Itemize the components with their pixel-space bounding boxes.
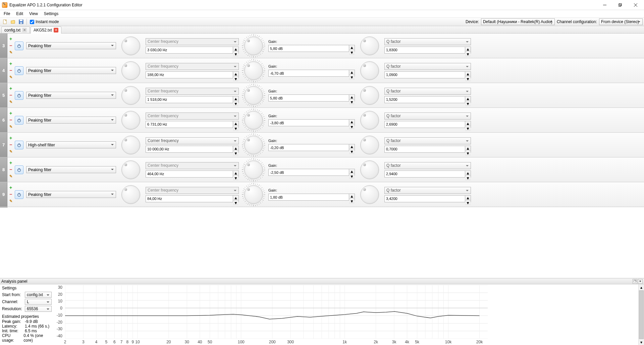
freq-input[interactable] — [146, 170, 233, 178]
add-filter-button[interactable]: + — [8, 37, 13, 41]
freq-input[interactable] — [146, 71, 233, 78]
gain-knob[interactable] — [244, 160, 263, 179]
remove-filter-button[interactable]: − — [8, 93, 13, 97]
power-button[interactable] — [15, 141, 23, 149]
menu-file[interactable]: File — [1, 11, 13, 17]
gain-knob[interactable] — [244, 37, 263, 55]
freq-input[interactable] — [146, 195, 233, 202]
freq-spin[interactable]: ▲▼ — [233, 146, 239, 153]
gain-spin[interactable]: ▲▼ — [349, 144, 355, 151]
freq-knob[interactable] — [121, 37, 140, 55]
tab-config[interactable]: config.txt ✕ — [1, 26, 30, 33]
remove-filter-button[interactable]: − — [8, 167, 13, 172]
panel-close-button[interactable]: ✕ — [638, 279, 643, 284]
q-knob[interactable] — [360, 111, 379, 130]
freq-spin[interactable]: ▲▼ — [233, 96, 239, 103]
add-filter-button[interactable]: + — [8, 111, 13, 116]
freq-label-select[interactable]: Corner frequency — [146, 137, 239, 144]
q-spin[interactable]: ▲▼ — [465, 170, 471, 178]
freq-spin[interactable]: ▲▼ — [233, 170, 239, 178]
q-spin[interactable]: ▲▼ — [465, 96, 471, 103]
startfrom-select[interactable]: config.txt — [25, 292, 52, 298]
gain-input[interactable] — [268, 194, 349, 201]
power-button[interactable] — [15, 190, 23, 199]
q-input[interactable] — [384, 121, 465, 128]
gain-spin[interactable]: ▲▼ — [349, 45, 355, 52]
gain-knob[interactable] — [244, 185, 263, 204]
gain-input[interactable] — [268, 70, 349, 77]
freq-input[interactable] — [146, 96, 233, 103]
edit-filter-button[interactable]: ✎ — [8, 199, 13, 204]
freq-spin[interactable]: ▲▼ — [233, 121, 239, 128]
device-select[interactable]: Default (Наушники - Realtek(R) Audio) — [481, 18, 555, 25]
scroll-up-icon[interactable]: ▴ — [639, 284, 644, 290]
filter-type-select[interactable]: Peaking filter — [26, 117, 116, 124]
menu-view[interactable]: View — [26, 11, 41, 17]
new-file-button[interactable] — [1, 18, 9, 25]
filter-type-select[interactable]: High-shelf filter — [26, 141, 116, 148]
q-spin[interactable]: ▲▼ — [465, 121, 471, 128]
edit-filter-button[interactable]: ✎ — [8, 149, 13, 154]
gain-input[interactable] — [268, 169, 349, 176]
q-label-select[interactable]: Q factor — [384, 38, 471, 45]
power-button[interactable] — [15, 91, 23, 100]
channel-select[interactable]: L — [25, 299, 52, 305]
gain-input[interactable] — [268, 45, 349, 52]
gain-input[interactable] — [268, 119, 349, 126]
close-button[interactable] — [628, 0, 643, 10]
q-knob[interactable] — [360, 136, 379, 154]
filter-type-select[interactable]: Peaking filter — [26, 92, 116, 99]
q-spin[interactable]: ▲▼ — [465, 71, 471, 78]
tab-akg52[interactable]: AKG52.txt ✕ — [31, 26, 61, 33]
edit-filter-button[interactable]: ✎ — [8, 50, 13, 55]
add-filter-button[interactable]: + — [8, 160, 13, 165]
q-label-select[interactable]: Q factor — [384, 137, 471, 144]
filter-type-select[interactable]: Peaking filter — [26, 191, 116, 198]
gain-spin[interactable]: ▲▼ — [349, 94, 355, 101]
instant-mode-checkbox[interactable]: Instant mode — [30, 19, 59, 24]
gain-spin[interactable]: ▲▼ — [349, 169, 355, 176]
gain-knob[interactable] — [244, 136, 263, 154]
edit-filter-button[interactable]: ✎ — [8, 75, 13, 80]
minimize-button[interactable] — [597, 0, 612, 10]
q-spin[interactable]: ▲▼ — [465, 47, 471, 54]
add-filter-button[interactable]: + — [8, 136, 13, 140]
scroll-down-icon[interactable]: ▾ — [639, 339, 644, 345]
analysis-scrollbar[interactable]: ▴ ▾ — [638, 284, 644, 345]
freq-knob[interactable] — [121, 86, 140, 105]
tab-close-icon[interactable]: ✕ — [54, 28, 58, 32]
q-input[interactable] — [384, 146, 465, 153]
gain-spin[interactable]: ▲▼ — [349, 194, 355, 201]
add-filter-button[interactable]: + — [8, 86, 13, 91]
remove-filter-button[interactable]: − — [8, 142, 13, 147]
freq-input[interactable] — [146, 146, 233, 153]
freq-knob[interactable] — [121, 160, 140, 179]
scroll-thumb[interactable] — [639, 290, 644, 339]
q-spin[interactable]: ▲▼ — [465, 195, 471, 202]
q-label-select[interactable]: Q factor — [384, 113, 471, 120]
gain-input[interactable] — [268, 144, 349, 151]
freq-knob[interactable] — [121, 61, 140, 80]
q-label-select[interactable]: Q factor — [384, 162, 471, 169]
freq-knob[interactable] — [121, 111, 140, 130]
tab-close-icon[interactable]: ✕ — [22, 28, 27, 32]
q-knob[interactable] — [360, 185, 379, 204]
gain-spin[interactable]: ▲▼ — [349, 70, 355, 77]
gain-knob[interactable] — [244, 111, 263, 130]
freq-input[interactable] — [146, 47, 233, 54]
remove-filter-button[interactable]: − — [8, 68, 13, 73]
filter-type-select[interactable]: Peaking filter — [26, 166, 116, 173]
filter-type-select[interactable]: Peaking filter — [26, 67, 116, 74]
edit-filter-button[interactable]: ✎ — [8, 125, 13, 129]
gain-spin[interactable]: ▲▼ — [349, 119, 355, 126]
gain-knob[interactable] — [244, 61, 263, 80]
q-label-select[interactable]: Q factor — [384, 63, 471, 70]
q-knob[interactable] — [360, 61, 379, 80]
filter-type-select[interactable]: Peaking filter — [26, 42, 116, 49]
power-button[interactable] — [15, 116, 23, 125]
q-knob[interactable] — [360, 37, 379, 55]
q-input[interactable] — [384, 170, 465, 178]
save-file-button[interactable] — [17, 18, 25, 25]
gain-knob[interactable] — [244, 86, 263, 105]
q-label-select[interactable]: Q factor — [384, 187, 471, 194]
